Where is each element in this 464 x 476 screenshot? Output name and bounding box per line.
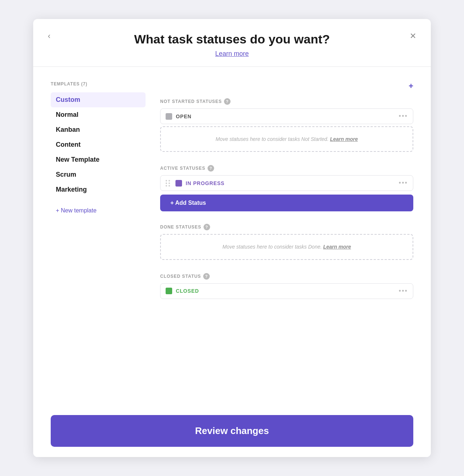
add-icon-area: + [160,81,413,91]
drag-dot [169,183,170,184]
closed-status-row: CLOSED ••• [160,283,413,299]
template-list: Custom Normal Kanban Content New Templat… [51,92,146,197]
header-learn-more-link[interactable]: Learn more [215,50,249,58]
open-more-button[interactable]: ••• [399,112,408,120]
open-status-row: OPEN ••• [160,108,413,124]
templates-header: TEMPLATES (7) [51,81,146,87]
modal-footer: Review changes [33,405,431,457]
done-learn-link[interactable]: Learn more [323,244,351,250]
not-started-learn-link[interactable]: Learn more [330,136,358,142]
sidebar-item-custom[interactable]: Custom [51,92,146,107]
not-started-drop-zone: Move statuses here to consider tasks Not… [160,126,413,152]
in-progress-more-button[interactable]: ••• [399,179,408,187]
sidebar-item-new-template[interactable]: New Template [51,152,146,167]
done-help-icon[interactable]: ? [204,224,210,230]
page-title: What task statuses do you want? [51,32,413,46]
right-panel: + NOT STARTED STATUSES ? OPEN ••• Move s… [160,81,413,390]
open-color-box [166,113,172,120]
closed-section: CLOSED STATUS ? CLOSED ••• [160,273,413,301]
modal-container: ‹ ✕ What task statuses do you want? Lear… [33,19,431,457]
add-status-button[interactable]: + Add Status [160,195,413,211]
drag-dot [169,185,170,187]
new-template-button[interactable]: + New template [51,206,102,215]
closed-label: CLOSED STATUS ? [160,273,413,280]
drag-dot [166,185,167,187]
drag-dot [166,180,167,181]
back-button[interactable]: ‹ [48,31,50,41]
modal-body: TEMPLATES (7) Custom Normal Kanban Conte… [33,67,431,405]
in-progress-status-name: IN PROGRESS [186,180,395,186]
drag-dot [169,180,170,181]
not-started-label: NOT STARTED STATUSES ? [160,98,413,105]
drag-handle [166,180,170,187]
close-button[interactable]: ✕ [410,31,416,41]
in-progress-status-row: IN PROGRESS ••• [160,175,413,191]
done-label: DONE STATUSES ? [160,224,413,230]
add-template-button[interactable]: + [409,81,413,91]
not-started-section: NOT STARTED STATUSES ? OPEN ••• Move sta… [160,98,413,154]
open-status-name: OPEN [176,114,395,119]
sidebar-item-scrum[interactable]: Scrum [51,167,146,182]
sidebar-item-kanban[interactable]: Kanban [51,122,146,137]
closed-status-name: CLOSED [176,288,395,294]
closed-more-button[interactable]: ••• [399,287,408,295]
modal-header: ‹ ✕ What task statuses do you want? Lear… [33,19,431,66]
drag-dot [166,183,167,184]
close-icon: ✕ [410,31,416,41]
active-help-icon[interactable]: ? [208,165,214,172]
sidebar-item-content[interactable]: Content [51,137,146,152]
sidebar-item-marketing[interactable]: Marketing [51,182,146,197]
closed-color-box [166,288,172,294]
left-panel: TEMPLATES (7) Custom Normal Kanban Conte… [51,81,146,390]
closed-help-icon[interactable]: ? [203,273,210,280]
active-section: ACTIVE STATUSES ? IN PROGRESS ••• [160,165,413,213]
review-changes-button[interactable]: Review changes [51,415,413,447]
in-progress-color-box [175,180,182,187]
not-started-help-icon[interactable]: ? [224,98,231,105]
back-icon: ‹ [48,31,50,41]
sidebar-item-normal[interactable]: Normal [51,107,146,122]
done-section: DONE STATUSES ? Move statuses here to co… [160,224,413,262]
active-label: ACTIVE STATUSES ? [160,165,413,172]
done-drop-zone: Move statuses here to consider tasks Don… [160,234,413,260]
